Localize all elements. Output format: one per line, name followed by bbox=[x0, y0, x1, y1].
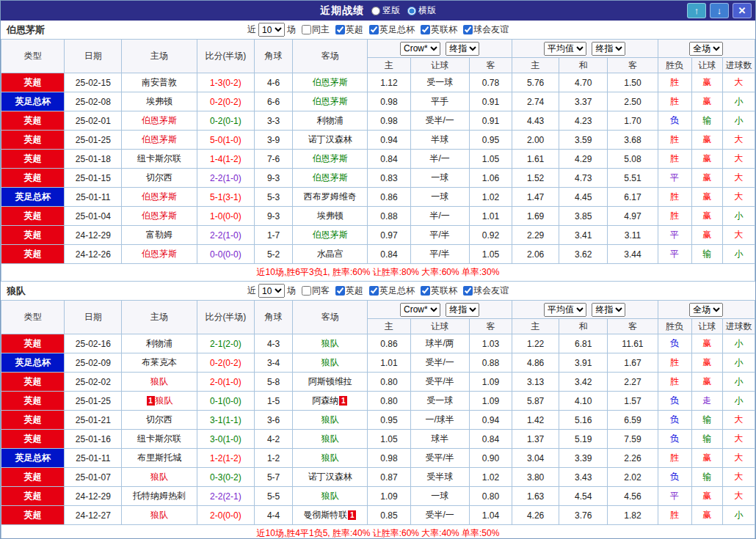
layout-horizontal-label: 横版 bbox=[418, 4, 436, 17]
euro-away-odds: 11.61 bbox=[608, 334, 658, 353]
asia-stage-select[interactable]: 终指 bbox=[446, 42, 479, 56]
euro-away-odds: 1.82 bbox=[608, 506, 658, 525]
asia-handicap: 平手 bbox=[410, 92, 469, 111]
asia-home-odds: 0.84 bbox=[368, 245, 410, 264]
same-venue-checkbox[interactable] bbox=[302, 25, 311, 34]
same-venue-label: 同主 bbox=[312, 23, 330, 36]
league-filter-eflcup[interactable]: 英联杯 bbox=[417, 23, 457, 36]
rounds-select[interactable]: 10 bbox=[258, 23, 285, 37]
league-facup-checkbox[interactable] bbox=[369, 25, 379, 34]
col-header-corner: 角球 bbox=[254, 40, 292, 73]
league-filter-facup[interactable]: 英足总杯 bbox=[366, 23, 415, 36]
euro-away-odds: 6.17 bbox=[608, 188, 658, 207]
euro-draw-odds: 5.19 bbox=[559, 430, 608, 449]
asia-away-odds: 1.09 bbox=[469, 373, 512, 392]
asia-handicap: 平/半 bbox=[410, 226, 469, 245]
away-team: 西布罗姆维奇 bbox=[293, 188, 368, 207]
home-team: 布里斯托城 bbox=[122, 449, 197, 468]
team-name-text: 狼队 bbox=[150, 472, 168, 482]
league-filter-facup[interactable]: 英足总杯 bbox=[366, 285, 415, 297]
bookmaker-select[interactable]: Crow* bbox=[400, 42, 440, 56]
league-filter-friendly[interactable]: 球会友谊 bbox=[459, 23, 509, 36]
match-row: 英足总杯25-01-11伯恩茅斯5-1(3-1)5-3西布罗姆维奇0.86一球1… bbox=[1, 188, 755, 207]
away-team: 水晶宫 bbox=[293, 245, 368, 264]
table-header-selects-row: 类型 日期 主场 比分(半场) 角球 客场 Crow* 终指 平均值 终指 bbox=[1, 301, 755, 319]
league-facup-checkbox[interactable] bbox=[369, 286, 379, 296]
col-header-date: 日期 bbox=[65, 40, 122, 73]
euro-draw-odds: 4.23 bbox=[559, 111, 608, 131]
corner-count: 5-5 bbox=[254, 487, 292, 506]
close-button[interactable]: ✕ bbox=[733, 3, 752, 18]
euro-home-odds: 1.42 bbox=[512, 411, 559, 430]
away-team: 曼彻斯特联1 bbox=[293, 506, 368, 525]
euro-away-odds: 1.70 bbox=[608, 111, 658, 131]
asia-stage-select[interactable]: 终指 bbox=[446, 303, 479, 317]
same-venue-filter[interactable]: 同主 bbox=[298, 23, 330, 36]
euro-draw-odds: 4.70 bbox=[559, 73, 608, 92]
scroll-down-button[interactable]: ↓ bbox=[710, 3, 729, 18]
team-name-text: 埃弗顿 bbox=[146, 96, 172, 106]
team-name-text: 阿森纳 bbox=[312, 395, 338, 406]
rounds-select[interactable]: 10 bbox=[258, 284, 285, 298]
team-name-text: 狼队 bbox=[150, 510, 168, 520]
layout-vertical-radio[interactable] bbox=[371, 7, 380, 15]
euro-avg-select[interactable]: 平均值 bbox=[544, 42, 586, 56]
league-eflcup-checkbox[interactable] bbox=[421, 286, 430, 296]
home-team: 伯恩茅斯 bbox=[122, 131, 197, 150]
euro-avg-select[interactable]: 平均值 bbox=[544, 303, 586, 317]
league-filter-epl[interactable]: 英超 bbox=[332, 285, 363, 297]
league-friendly-checkbox[interactable] bbox=[463, 25, 473, 34]
result-outcome: 负 bbox=[658, 392, 691, 411]
result-goals: 大 bbox=[722, 150, 755, 169]
euro-away-odds: 3.68 bbox=[608, 131, 658, 150]
asia-away-odds: 0.78 bbox=[469, 73, 512, 92]
scope-select[interactable]: 全场 bbox=[689, 42, 723, 56]
match-row: 英超25-01-04伯恩茅斯1-0(0-0)9-3埃弗顿0.88半/一1.011… bbox=[1, 207, 755, 226]
match-date: 25-02-01 bbox=[65, 111, 122, 131]
euro-away-odds: 7.59 bbox=[608, 430, 658, 449]
match-date: 25-01-21 bbox=[65, 411, 122, 430]
layout-horizontal-radio[interactable] bbox=[407, 7, 416, 15]
result-outcome: 平 bbox=[658, 245, 691, 264]
result-outcome: 胜 bbox=[658, 92, 691, 111]
home-team: 南安普敦 bbox=[122, 73, 197, 92]
asia-handicap: 一球 bbox=[410, 188, 469, 207]
same-venue-checkbox[interactable] bbox=[302, 286, 311, 296]
result-handicap: 赢 bbox=[691, 188, 722, 207]
euro-draw-odds: 4.73 bbox=[559, 169, 608, 188]
league-filter-friendly[interactable]: 球会友谊 bbox=[459, 285, 509, 297]
euro-stage-select[interactable]: 终指 bbox=[592, 42, 625, 56]
scope-select[interactable]: 全场 bbox=[689, 303, 723, 317]
euro-draw-col: 和 bbox=[559, 58, 608, 73]
away-team: 伯恩茅斯 bbox=[293, 150, 368, 169]
league-epl-checkbox[interactable] bbox=[335, 286, 345, 296]
asia-away-odds: 1.05 bbox=[469, 245, 512, 264]
result-handicap: 赢 bbox=[691, 73, 722, 92]
league-filter-eflcup[interactable]: 英联杯 bbox=[417, 285, 457, 297]
league-filter-label: 英足总杯 bbox=[379, 23, 415, 36]
euro-away-odds: 5.08 bbox=[608, 150, 658, 169]
euro-home-odds: 2.29 bbox=[512, 226, 559, 245]
euro-stage-select[interactable]: 终指 bbox=[592, 303, 625, 317]
same-venue-filter[interactable]: 同客 bbox=[298, 285, 330, 297]
match-row: 英超25-01-07狼队0-3(0-2)5-7诺丁汉森林0.87受半球1.023… bbox=[1, 468, 755, 487]
away-team: 伯恩茅斯 bbox=[293, 226, 368, 245]
asia-away-odds: 0.90 bbox=[469, 449, 512, 468]
result-handicap: 赢 bbox=[691, 449, 722, 468]
league-filter-epl[interactable]: 英超 bbox=[332, 23, 363, 36]
scroll-up-button[interactable]: ↑ bbox=[687, 3, 706, 18]
match-score: 1-2(1-2) bbox=[197, 449, 254, 468]
league-friendly-checkbox[interactable] bbox=[463, 286, 473, 296]
asia-odds-group-header: Crow* 终指 bbox=[368, 301, 512, 319]
euro-draw-odds: 3.62 bbox=[559, 245, 608, 264]
away-team: 埃弗顿 bbox=[293, 207, 368, 226]
layout-horizontal-option[interactable]: 横版 bbox=[407, 4, 436, 17]
euro-away-col: 客 bbox=[608, 58, 658, 73]
league-epl-checkbox[interactable] bbox=[335, 25, 345, 34]
bookmaker-select[interactable]: Crow* bbox=[400, 303, 440, 317]
summary-row: 近10场,胜6平3负1, 胜率:60% 让胜率:80% 大率:60% 单率:30… bbox=[1, 264, 755, 282]
layout-vertical-option[interactable]: 竖版 bbox=[371, 4, 400, 17]
league-eflcup-checkbox[interactable] bbox=[421, 25, 430, 34]
euro-draw-odds: 4.29 bbox=[559, 150, 608, 169]
asia-home-odds: 1.05 bbox=[368, 430, 410, 449]
